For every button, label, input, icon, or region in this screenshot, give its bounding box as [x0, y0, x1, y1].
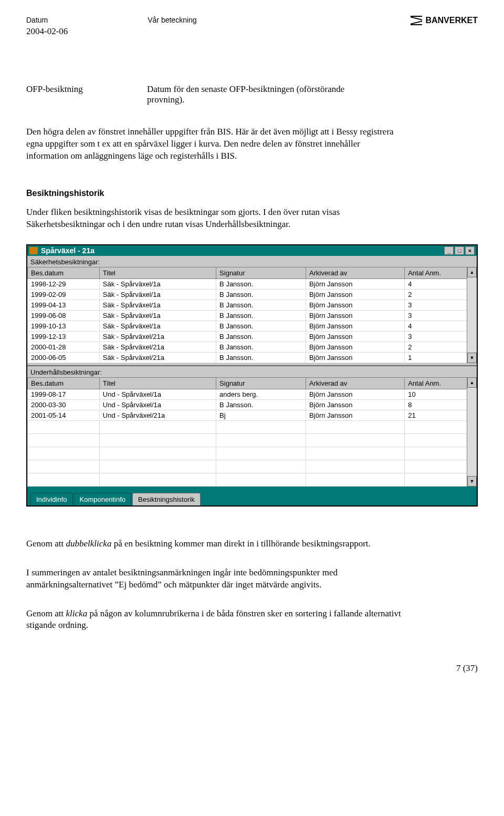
table-row[interactable]: 1999-10-13Säk - Spårväxel/1aB Jansson.Bj… [28, 321, 477, 331]
paragraph-5: Genom att klicka på någon av kolumnrubri… [26, 608, 404, 632]
table-cell: 2 [405, 342, 477, 352]
col-header-arkiverad[interactable]: Arkiverad av [306, 377, 405, 389]
table-row [28, 433, 477, 447]
table-cell: Säk - Spårväxel/1a [99, 310, 216, 321]
und-table: Bes.datum Titel Signatur Arkiverad av An… [27, 377, 477, 487]
table-row[interactable]: 2000-06-05Säk - Spårväxel/21aB Jansson.B… [28, 352, 477, 363]
table-cell: 2001-05-14 [28, 410, 100, 420]
und-scrollbar[interactable]: ▲ ▼ [467, 377, 477, 487]
col-header-signatur[interactable]: Signatur [216, 377, 306, 389]
table-cell: Und - Spårväxel/1a [99, 399, 216, 410]
table-cell: 8 [405, 399, 477, 410]
table-cell: Säk - Spårväxel/1a [99, 321, 216, 331]
tab-strip: Individinfo Komponentinfo Besiktningshis… [27, 487, 477, 505]
scroll-up-icon[interactable]: ▲ [467, 377, 477, 388]
window-maximize-button[interactable]: □ [455, 246, 464, 255]
table-cell: Säk - Spårväxel/21a [99, 342, 216, 352]
window-close-button[interactable]: × [465, 246, 475, 255]
table-cell: Björn Jansson [306, 299, 405, 310]
table-cell: 1999-02-09 [28, 289, 100, 299]
sak-table: Bes.datum Titel Signatur Arkiverad av An… [27, 267, 477, 363]
table-cell: 10 [405, 389, 477, 399]
scroll-down-icon[interactable]: ▼ [467, 353, 477, 363]
table-cell: Björn Jansson [306, 310, 405, 321]
table-cell: 1999-08-17 [28, 389, 100, 399]
header-datum-label: Datum [26, 16, 48, 25]
table-row[interactable]: 2000-01-28Säk - Spårväxel/21aB Jansson.B… [28, 342, 477, 352]
table-cell: 3 [405, 310, 477, 321]
table-cell: 2000-03-30 [28, 399, 100, 410]
table-cell: 2000-06-05 [28, 352, 100, 363]
tab-komponentinfo[interactable]: Komponentinfo [74, 493, 131, 505]
table-cell: 3 [405, 331, 477, 342]
tab-individinfo[interactable]: Individinfo [30, 493, 73, 505]
table-cell: B Jansson. [216, 399, 306, 410]
header-beteckning-label: Vår beteckning [148, 16, 196, 25]
page-header: Datum Vår beteckning BANVERKET [26, 16, 478, 25]
tab-besiktningshistorik[interactable]: Besiktningshistorik [132, 493, 201, 505]
table-row [28, 460, 477, 473]
brand-logo: BANVERKET [411, 16, 478, 25]
table-cell: B Jansson. [216, 310, 306, 321]
app-window: Spårväxel - 21a _ □ × Säkerhetsbesiktnin… [26, 244, 478, 507]
table-cell: B Jansson. [216, 331, 306, 342]
table-cell: Björn Jansson [306, 289, 405, 299]
table-cell: Säk - Spårväxel/1a [99, 289, 216, 299]
table-cell: B Jansson. [216, 321, 306, 331]
table-cell: B Jansson. [216, 299, 306, 310]
section-title-besiktningshistorik: Besiktningshistorik [26, 189, 478, 198]
table-cell: 4 [405, 321, 477, 331]
table-cell: 21 [405, 410, 477, 420]
table-row[interactable]: 2000-03-30Und - Spårväxel/1aB Jansson.Bj… [28, 399, 477, 410]
table-cell: Björn Jansson [306, 342, 405, 352]
window-titlebar: Spårväxel - 21a _ □ × [27, 245, 477, 256]
table-cell: Björn Jansson [306, 352, 405, 363]
table-cell: 1999-04-13 [28, 299, 100, 310]
table-cell: B Jansson. [216, 352, 306, 363]
window-minimize-button[interactable]: _ [444, 246, 454, 255]
table-cell: Säk - Spårväxel/21a [99, 331, 216, 342]
panel-label-sak: Säkerhetsbesiktningar: [27, 256, 477, 267]
col-header-besdatum[interactable]: Bes.datum [28, 377, 100, 389]
col-header-besdatum[interactable]: Bes.datum [28, 267, 100, 278]
scroll-down-icon[interactable]: ▼ [467, 476, 477, 487]
table-row[interactable]: 1998-12-29Säk - Spårväxel/1aB Jansson.Bj… [28, 278, 477, 289]
table-row[interactable]: 1999-12-13Säk - Spårväxel/21aB Jansson.B… [28, 331, 477, 342]
col-header-titel[interactable]: Titel [99, 377, 216, 389]
col-header-titel[interactable]: Titel [99, 267, 216, 278]
table-cell: 1999-12-13 [28, 331, 100, 342]
col-header-arkiverad[interactable]: Arkiverad av [306, 267, 405, 278]
sak-grid-wrap: Bes.datum Titel Signatur Arkiverad av An… [27, 267, 477, 363]
table-cell: B Jansson. [216, 278, 306, 289]
table-cell: 1998-12-29 [28, 278, 100, 289]
definition-term: OFP-besiktning [26, 84, 147, 105]
window-title: Spårväxel - 21a [41, 246, 94, 255]
table-cell: Björn Jansson [306, 321, 405, 331]
app-icon [29, 247, 38, 254]
definition-row: OFP-besiktning Datum för den senaste OFP… [26, 84, 478, 105]
table-row[interactable]: 1999-08-17Und - Spårväxel/1aanders berg.… [28, 389, 477, 399]
paragraph-4: I summeringen av antalet besiktningsanmä… [26, 567, 404, 591]
table-cell: Björn Jansson [306, 389, 405, 399]
table-row[interactable]: 1999-04-13Säk - Spårväxel/1aB Jansson.Bj… [28, 299, 477, 310]
sak-scrollbar[interactable]: ▲ ▼ [467, 267, 477, 363]
table-cell: Säk - Spårväxel/1a [99, 299, 216, 310]
table-cell: Bj [216, 410, 306, 420]
col-header-antal[interactable]: Antal Anm. [405, 377, 477, 389]
col-header-antal[interactable]: Antal Anm. [405, 267, 477, 278]
table-row [28, 447, 477, 460]
brand-name: BANVERKET [425, 16, 478, 25]
paragraph-1: Den högra delen av fönstret innehåller u… [26, 126, 404, 162]
table-row[interactable]: 1999-06-08Säk - Spårväxel/1aB Jansson.Bj… [28, 310, 477, 321]
table-row[interactable]: 2001-05-14Und - Spårväxel/21aBjBjörn Jan… [28, 410, 477, 420]
table-cell: Säk - Spårväxel/1a [99, 278, 216, 289]
paragraph-3: Genom att dubbelklicka på en besiktning … [26, 538, 404, 550]
panel-label-und: Underhållsbesiktningar: [27, 365, 477, 377]
col-header-signatur[interactable]: Signatur [216, 267, 306, 278]
und-grid-wrap: Bes.datum Titel Signatur Arkiverad av An… [27, 377, 477, 487]
scroll-up-icon[interactable]: ▲ [467, 267, 477, 277]
table-row[interactable]: 1999-02-09Säk - Spårväxel/1aB Jansson.Bj… [28, 289, 477, 299]
table-cell: anders berg. [216, 389, 306, 399]
paragraph-2: Under fliken besiktningshistorik visas d… [26, 206, 404, 231]
table-cell: 2 [405, 289, 477, 299]
